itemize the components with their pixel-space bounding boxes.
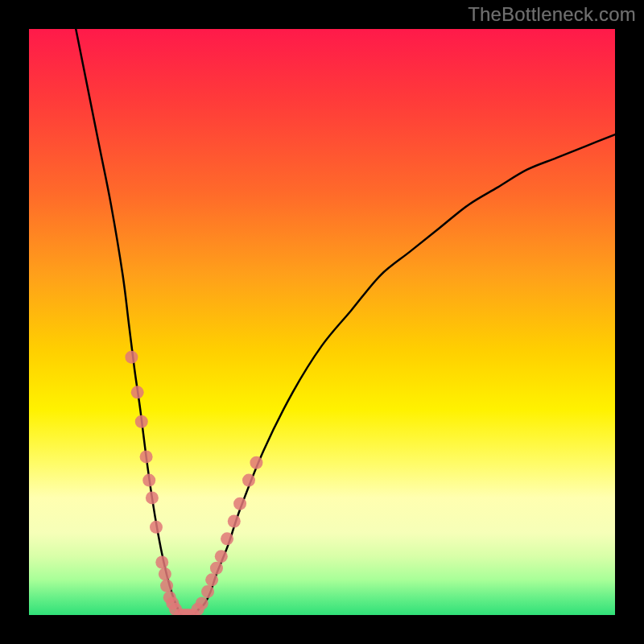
data-marker: [201, 585, 214, 598]
data-marker: [155, 555, 168, 568]
data-marker: [159, 568, 171, 580]
chart-svg: [29, 29, 615, 615]
data-marker: [150, 521, 163, 534]
data-marker: [228, 515, 241, 528]
data-marker: [205, 573, 218, 586]
data-marker: [142, 474, 155, 487]
plot-area: [29, 29, 615, 615]
scatter-markers: [125, 351, 262, 615]
data-marker: [233, 497, 246, 510]
chart-frame: TheBottleneck.com: [0, 0, 644, 644]
data-marker: [221, 532, 233, 545]
data-marker: [160, 580, 173, 592]
data-marker: [215, 550, 228, 563]
data-marker: [210, 562, 223, 575]
data-marker: [140, 450, 153, 463]
watermark-text: TheBottleneck.com: [468, 3, 636, 26]
data-marker: [146, 491, 159, 504]
data-marker: [131, 386, 144, 398]
data-marker: [196, 597, 208, 609]
data-marker: [125, 351, 138, 364]
data-marker: [242, 474, 255, 487]
data-marker: [135, 415, 148, 428]
data-marker: [250, 456, 262, 469]
